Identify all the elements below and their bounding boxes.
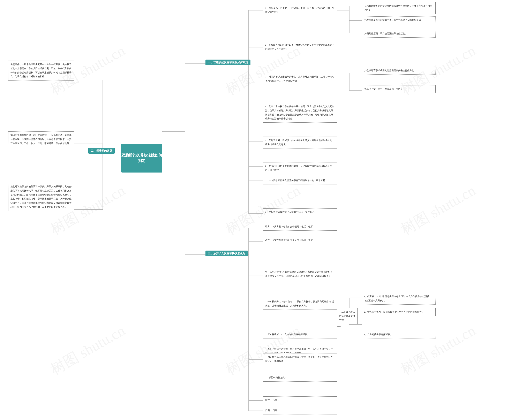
branch1-label-container: 一、双胞胎的抚养权法院如何判定 [205, 60, 251, 65]
branch1-item4: 4、父亲与母方抚养子女的条件基本相同，双方均要求子女与其共同生活，但子女单独随父… [263, 103, 337, 123]
branch1-item1-sub1: (1)患有久治不愈的传染性疾病或某些严重疾病，子女不宜与其共同生活的； [362, 2, 435, 14]
branch3-intro-text: 甲、乙双方于 年 月 日协议离婚，现就双方离婚后变更子女抚养权等相关事项，在平等… [265, 270, 333, 277]
branch1-item5-text: 5、父母双方对十周岁以上的未成年子女随父或随母生活发生争执的，应考虑该子女的意见… [265, 139, 334, 146]
left-box-2: 离婚时抚养权的归属，可以双方协商，一旦协商不成，则需要法院判决。法院判决抚养权归… [8, 131, 74, 147]
branch3-sub1-text: 1、抚养费：从 年 月 日起由男方每月付给 方 元作为孩子 的抚养费（直至满十八… [364, 295, 429, 302]
branch3-party2-text: 乙方：（女方基本信息）身份证号：电话：住所： [265, 239, 315, 241]
left-box-2-text: 离婚时抚养权的归属，可以双方协商，一旦协商不成，则需要法院判决。法院判决抚养权归… [10, 134, 71, 145]
branch1-item3: 3、对两周岁以上未成年的子女，父方和母方均要求随其生活，一方有下列情形之一的，可… [263, 73, 337, 85]
branch3-item5-text: 2、探望时间及方式： [265, 376, 287, 379]
branch1-item2-text: 2、父母双方协议两周岁以下子女随父方生活，并对子女健康成长无不利影响的，可予准许… [265, 44, 334, 50]
branch3-item3-sub-text: 1、女方对孩子享有探望权。 [364, 333, 392, 336]
branch3-sign1-text: 申方： 乙方： [265, 399, 279, 401]
branch1-item1-sub3: (3)因其他原因，子女确无法随母方生活的。 [362, 30, 435, 38]
sub5-text: (2)其他子女，而另一方有其他子女的； [364, 88, 403, 90]
branch1-item3-text: 3、对两周岁以上未成年的子女，父方和母方均要求随其生活，一方有下列情形之一的，可… [265, 75, 334, 82]
branch3-party1: 甲方：（男方基本信息）身份证号：电话：住所： [263, 223, 337, 231]
branch1-item1-text: 1、两周岁以下的子女，一般随母方生活，母方有下列情形之一的，可随父方生活： [265, 7, 334, 13]
branch3-item5: 2、探望时间及方式： [263, 374, 337, 382]
center-main-box: 双胞胎的抚养权法院如何判定 [121, 144, 162, 172]
branch3-item4: （四）如遇其它未尽事宜应时事宜，按照一切有利于孩子的原则，互谅互让，协调解决。 [263, 353, 337, 365]
watermark-text: 树图 shutu.cn [397, 321, 479, 379]
left-box-1: 夫妻离婚，一般也会导致夫妻其中一方失去抚养权，失去抚养权的一方需要去与子女共同生… [8, 60, 74, 80]
branch3-intro: 甲、乙双方于 年 月 日协议离婚，现就双方离婚后变更子女抚养权等相关事项，在平等… [263, 268, 337, 280]
branch2-label: 二、抚养权的归属 [88, 148, 115, 154]
branch3-sub2: 2、女方应于每月的日前将抚养费汇至男方指定的银行帐号。 [362, 308, 435, 316]
branch3-item3-text: （三）探视权：1、女方对孩子享有探望权。 [265, 333, 309, 336]
branch3-party1-text: 甲方：（男方基本信息）身份证号：电话：住所： [265, 225, 315, 228]
b3-2-title-text: （二）被抚养人的抚养费及支付方式： [337, 308, 357, 324]
page: 树图 shutu.cn 树图 shutu.cn 树图 shutu.cn 树图 s… [0, 0, 526, 420]
watermark-text: 树图 shutu.cn [47, 321, 129, 379]
branch3-sign2-text: 日期： 日期： [265, 409, 279, 411]
branch3-item3: （三）探视权：1、女方对孩子享有探望权。 [263, 331, 337, 339]
branch1-item8: 8、父母双方协议变更子女抚养关系的，应予准许。 [263, 209, 337, 216]
branch1-item7: 7、一方要求变更子女抚养关系有下列情形之一的，应予支持。 [263, 177, 337, 184]
branch1-item3-sub2: (2)其他子女，而另一方有其他子女的； [362, 85, 435, 93]
branch3-sign2: 日期： 日期： [263, 407, 337, 414]
branch1-item2: 2、父母双方协议两周岁以下子女随父方生活，并对子女健康成长无不利影响的，可予准许… [263, 41, 337, 53]
sub3-text: (3)因其他原因，子女确无法随母方生活的。 [364, 32, 407, 35]
branch1-item8-text: 8、父母双方协议变更子女抚养关系的，应予准许。 [265, 211, 316, 213]
branch3-item4-text: （四）如遇其它未尽事宜应时事宜，按照一切有利于孩子的原则，互谅互让，协调解决。 [265, 356, 333, 362]
sub4-text: (1)已做绝育手术或因其他原因因素失去生育能力的； [364, 69, 416, 72]
branch1-item5: 5、父母双方对十周岁以上的未成年子女随父或随母生活发生争执的，应考虑该子女的意见… [263, 137, 337, 149]
main-title-text: 双胞胎的抚养权法院如何判定 [121, 153, 162, 164]
branch3-label-container: 三、放弃子女抚养权协议怎么写 [205, 250, 248, 256]
branch3-sub2-text: 2、女方应于每月的日前将抚养费汇至男方指定的银行帐号。 [364, 310, 424, 313]
sub1-text: (1)患有久治不愈的传染性疾病或某些严重疾病，子女不宜与其共同生活的； [364, 5, 432, 11]
branch3-sub1: 1、抚养费：从 年 月 日起由男方每月付给 方 元作为孩子 的抚养费（直至满十八… [362, 293, 435, 305]
left-box-3: 继父母和继子之间的关系和一般的父母子女关系不同，具有婚亲关系和教育抚养关系，但不… [8, 183, 74, 211]
branch2-label-container: 二、抚养权的归属 [88, 148, 115, 154]
watermark-text: 树图 shutu.cn [397, 181, 479, 239]
branch3-item1: （一）被抚养人（基本信息），原由女方抚养，双方协商同意自 年 月 日起，儿子随男… [263, 298, 337, 310]
branch1-item6: 6、在有利于保护子女利益的前提下，父母双方以协议轮流抚养子女的，可予准许。 [263, 162, 337, 174]
branch1-label: 一、双胞胎的抚养权法院如何判定 [205, 60, 251, 65]
branch3-sign1: 申方： 乙方： [263, 396, 337, 404]
branch1-item1-sub2: (2)有抚养条件不尽抚养义务，而父方要求子女随其生活的； [362, 16, 435, 24]
left-box-1-text: 夫妻离婚，一般也会导致夫妻其中一方失去抚养权，失去抚养权的一方需要去与子女共同生… [10, 63, 71, 78]
branch1-item4-text: 4、父亲与母方抚养子女的条件基本相同，双方均要求子女与其共同生活，但子女单独随父… [265, 105, 334, 120]
branch3-item3-sub: 1、女方对孩子享有探望权。 [362, 331, 435, 339]
left-box-3-text: 继父母和继子之间的关系和一般的父母子女关系不同，具有婚亲关系和教育抚养关系，但不… [10, 185, 71, 208]
branch3-party2: 乙方：（女方基本信息）身份证号：电话：住所： [263, 236, 337, 244]
branch3-label: 三、放弃子女抚养权协议怎么写 [205, 250, 248, 256]
branch1-item3-sub1: (1)已做绝育手术或因其他原因因素失去生育能力的； [362, 67, 435, 75]
branch1-item7-text: 7、一方要求变更子女抚养关系有下列情形之一的，应予支持。 [265, 179, 327, 181]
sub2-text: (2)有抚养条件不尽抚养义务，而父方要求子女随其生活的； [364, 19, 423, 21]
branch1-item1: 1、两周岁以下的子女，一般随母方生活，母方有下列情形之一的，可随父方生活： [263, 4, 337, 16]
branch1-item6-text: 6、在有利于保护子女利益的前提下，父母双方以协议轮流抚养子女的，可予准许。 [265, 165, 332, 171]
b3-2-title-box: （二）被抚养人的抚养费及支付方式： [337, 308, 357, 324]
branch3-item1-text: （一）被抚养人（基本信息），原由女方抚养，双方协商同意自 年 月 日起，儿子随男… [265, 300, 334, 307]
